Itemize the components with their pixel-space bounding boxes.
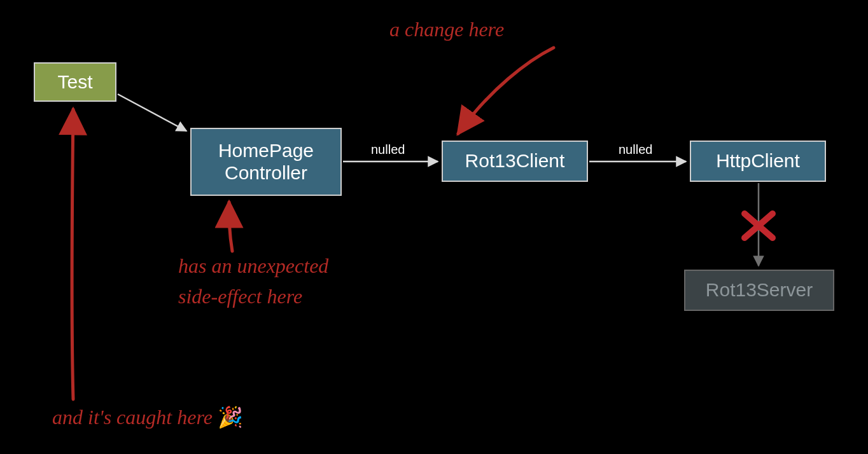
annot-arrow-change xyxy=(458,48,554,134)
box-rot13client-label: Rot13Client xyxy=(465,150,565,172)
svg-line-0 xyxy=(745,214,773,238)
diagram-canvas: Test HomePage Controller Rot13Client Htt… xyxy=(0,0,868,454)
annot-side-effect-l1: has an unexpected xyxy=(178,253,328,279)
annot-arrow-caught xyxy=(72,109,73,399)
box-rot13server: Rot13Server xyxy=(684,270,834,311)
box-test-label: Test xyxy=(57,71,92,93)
box-test: Test xyxy=(34,62,116,102)
annot-arrow-side-effect xyxy=(229,202,232,251)
edge-label-nulled-2: nulled xyxy=(619,142,652,157)
box-rot13server-label: Rot13Server xyxy=(706,279,813,301)
annot-caught-here: and it's caught here 🎉 xyxy=(52,404,243,430)
box-rot13client: Rot13Client xyxy=(442,141,588,182)
box-controller-line1: HomePage xyxy=(218,140,314,162)
party-popper-icon: 🎉 xyxy=(218,406,243,429)
arrows-overlay xyxy=(0,0,868,454)
arrow-test-to-controller xyxy=(118,94,186,131)
cross-icon xyxy=(745,214,773,238)
svg-line-1 xyxy=(745,214,773,238)
edge-label-nulled-1: nulled xyxy=(371,142,405,157)
box-httpclient: HttpClient xyxy=(690,141,826,182)
annot-change-here: a change here xyxy=(389,17,504,42)
box-homepage-controller: HomePage Controller xyxy=(190,128,342,196)
box-controller-line2: Controller xyxy=(225,162,307,184)
annot-side-effect-l2: side-effect here xyxy=(178,284,302,309)
box-httpclient-label: HttpClient xyxy=(716,150,800,172)
